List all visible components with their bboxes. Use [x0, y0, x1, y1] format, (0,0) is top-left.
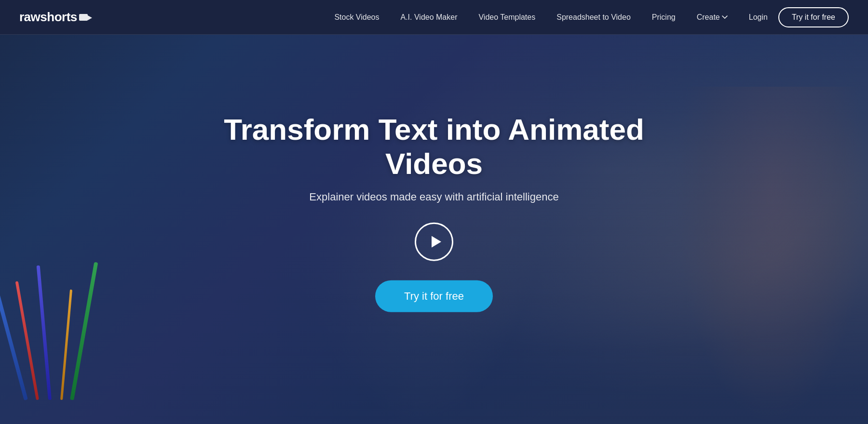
- nav-item-stock-videos[interactable]: Stock Videos: [324, 13, 390, 22]
- nav-item-ai-video-maker[interactable]: A.I. Video Maker: [390, 13, 468, 22]
- nav-links: Stock Videos A.I. Video Maker Video Temp…: [324, 13, 738, 22]
- nav-link-video-templates[interactable]: Video Templates: [468, 13, 546, 21]
- svg-marker-2: [432, 236, 441, 247]
- svg-rect-0: [79, 14, 88, 21]
- hero-try-free-button[interactable]: Try it for free: [375, 280, 493, 312]
- logo[interactable]: rawshorts: [19, 10, 93, 25]
- nav-login-link[interactable]: Login: [738, 13, 778, 22]
- nav-link-ai-video-maker[interactable]: A.I. Video Maker: [390, 13, 468, 21]
- hero-section: Transform Text into Animated Videos Expl…: [0, 0, 868, 424]
- nav-item-create[interactable]: Create: [686, 13, 738, 22]
- nav-link-stock-videos[interactable]: Stock Videos: [324, 13, 390, 21]
- nav-item-video-templates[interactable]: Video Templates: [468, 13, 546, 22]
- nav-link-spreadsheet-to-video[interactable]: Spreadsheet to Video: [546, 13, 641, 21]
- nav-item-spreadsheet-to-video[interactable]: Spreadsheet to Video: [546, 13, 641, 22]
- play-icon: [428, 234, 443, 249]
- nav-link-pricing[interactable]: Pricing: [641, 13, 686, 21]
- nav-item-pricing[interactable]: Pricing: [641, 13, 686, 22]
- decorative-pencils: [14, 207, 111, 400]
- nav-link-create[interactable]: Create: [686, 13, 738, 22]
- svg-marker-1: [88, 15, 92, 20]
- hero-subtitle: Explainer videos made easy with artifici…: [217, 190, 651, 203]
- hero-content: Transform Text into Animated Videos Expl…: [217, 112, 651, 312]
- logo-text: rawshorts: [19, 10, 77, 25]
- nav-try-free-button[interactable]: Try it for free: [778, 7, 849, 27]
- hero-title: Transform Text into Animated Videos: [217, 112, 651, 181]
- logo-icon: [79, 13, 93, 23]
- navbar: rawshorts Stock Videos A.I. Video Maker …: [0, 0, 868, 35]
- play-button[interactable]: [415, 222, 453, 261]
